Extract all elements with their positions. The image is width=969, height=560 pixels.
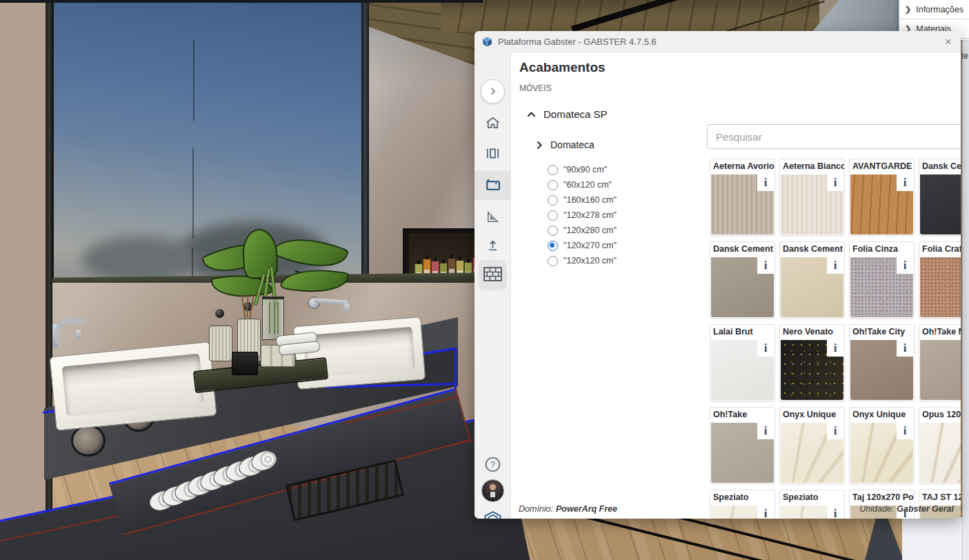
material-tile[interactable]: Onyx Uniquei bbox=[849, 407, 915, 484]
material-tile[interactable]: Oh!Take Mooni bbox=[919, 324, 961, 401]
brick-wall-icon bbox=[483, 267, 502, 281]
home-icon bbox=[485, 115, 501, 131]
material-tile[interactable]: Folia Crafti bbox=[919, 241, 961, 319]
size-option[interactable]: "120x280 cm" bbox=[548, 223, 617, 238]
tile-name: Folia Cinza bbox=[850, 242, 914, 255]
window-frame-right bbox=[361, 0, 369, 290]
tile-swatch: i bbox=[920, 174, 961, 234]
size-option[interactable]: "60x120 cm" bbox=[548, 177, 617, 192]
marble-column-left bbox=[0, 0, 46, 560]
glass-jar bbox=[209, 326, 232, 361]
sidebar-item-finishes[interactable] bbox=[474, 267, 510, 281]
info-icon[interactable]: i bbox=[897, 423, 913, 439]
material-tile[interactable]: Dansk Cementi bbox=[779, 241, 845, 319]
dialog-titlebar[interactable]: Plataforma Gabster - GABSTER 4.7.5.6 × bbox=[474, 31, 961, 52]
upload-icon bbox=[485, 238, 501, 254]
info-icon[interactable]: i bbox=[897, 174, 913, 191]
info-icon[interactable]: i bbox=[897, 340, 913, 357]
info-icon[interactable]: i bbox=[757, 340, 774, 357]
size-option[interactable]: "120x278 cm" bbox=[548, 208, 617, 223]
sidebar-item-upload[interactable] bbox=[474, 238, 510, 254]
tile-swatch: i bbox=[850, 257, 913, 317]
help-button[interactable]: ? bbox=[474, 456, 510, 473]
columns-icon bbox=[485, 146, 501, 161]
info-icon[interactable]: i bbox=[827, 174, 843, 191]
sidebar-item-measure[interactable] bbox=[474, 209, 510, 225]
material-tile[interactable]: Opus 120x270i bbox=[919, 407, 961, 484]
info-icon[interactable]: i bbox=[757, 257, 774, 274]
material-tile[interactable]: Aeterna Biancoi bbox=[779, 159, 845, 236]
gabster-logo-icon bbox=[482, 510, 503, 519]
glass-seam bbox=[193, 39, 194, 121]
page-title: Acabamentos bbox=[519, 60, 606, 75]
size-option[interactable]: "160x160 cm" bbox=[548, 192, 617, 208]
status-bar: Domínio:PowerArq Free Unidade:Gabster Ge… bbox=[510, 501, 961, 519]
size-option-label: "120x120 cm" bbox=[563, 256, 617, 266]
gabster-logo[interactable] bbox=[474, 510, 510, 519]
tile-swatch: i bbox=[711, 340, 774, 400]
size-option[interactable]: "90x90 cm" bbox=[548, 162, 617, 177]
search-input[interactable] bbox=[708, 131, 961, 143]
tile-name: Oh!Take Moon bbox=[919, 325, 961, 338]
radio[interactable] bbox=[548, 180, 558, 190]
material-tile[interactable]: Folia Cinzai bbox=[849, 241, 915, 319]
info-icon[interactable]: i bbox=[827, 257, 843, 274]
expand-sidebar-button[interactable] bbox=[474, 79, 510, 103]
avatar bbox=[481, 479, 504, 502]
sidebar-item-furniture[interactable] bbox=[474, 176, 510, 193]
material-tile[interactable]: Dansk Cementi bbox=[710, 241, 775, 319]
radio[interactable] bbox=[548, 256, 558, 266]
info-icon[interactable]: i bbox=[897, 257, 913, 274]
radio[interactable] bbox=[548, 195, 558, 206]
tile-name: Dansk Cement bbox=[919, 159, 961, 172]
size-option-label: "60x120 cm" bbox=[563, 180, 612, 190]
sidebar-item-projects[interactable] bbox=[474, 146, 510, 161]
material-tile[interactable]: Oh!Takei bbox=[710, 407, 775, 484]
material-tile[interactable]: AVANTGARDEi bbox=[849, 159, 915, 236]
size-option[interactable]: "120x120 cm" bbox=[548, 253, 617, 268]
tile-swatch: i bbox=[781, 423, 843, 483]
radio-selected[interactable] bbox=[548, 241, 558, 251]
info-icon[interactable]: i bbox=[827, 423, 843, 439]
tile-swatch: i bbox=[781, 257, 843, 317]
unit-value: Gabster Geral bbox=[897, 504, 954, 514]
domain-value: PowerArq Free bbox=[556, 504, 617, 514]
tile-name: AVANTGARDE bbox=[850, 159, 914, 172]
size-option-label: "160x160 cm" bbox=[563, 195, 617, 205]
tray-item-informacoes[interactable]: ❯ Informações bbox=[899, 0, 969, 19]
material-tile[interactable]: Lalai Bruti bbox=[710, 324, 775, 401]
radio[interactable] bbox=[548, 165, 558, 175]
dialog-content: Acabamentos MÓVEIS Domateca SP Domateca … bbox=[510, 52, 961, 519]
domain-status: Domínio:PowerArq Free bbox=[519, 504, 617, 514]
tree-node-domateca-sp[interactable]: Domateca SP bbox=[527, 108, 608, 120]
radio[interactable] bbox=[548, 226, 558, 236]
tile-swatch: i bbox=[920, 423, 961, 483]
material-tile[interactable]: Nero Venatoi bbox=[779, 324, 845, 401]
chevron-right-icon bbox=[481, 79, 505, 103]
set-square-icon bbox=[485, 209, 501, 225]
material-tile[interactable]: Oh!Take Cityi bbox=[849, 324, 915, 401]
chevron-up-icon bbox=[527, 111, 536, 118]
tree-node-domateca[interactable]: Domateca bbox=[536, 139, 595, 150]
size-option[interactable]: "120x270 cm" bbox=[548, 238, 617, 253]
size-option-label: "90x90 cm" bbox=[563, 165, 607, 174]
tree-node-label: Domateca SP bbox=[543, 108, 608, 120]
jar-lid bbox=[215, 309, 224, 318]
counter-knob bbox=[71, 425, 106, 457]
material-tile[interactable]: Dansk Cementi bbox=[919, 159, 961, 236]
material-tile[interactable]: Aeterna Avorioi bbox=[710, 159, 775, 236]
info-icon[interactable]: i bbox=[827, 340, 843, 357]
user-avatar[interactable] bbox=[474, 479, 510, 502]
info-icon[interactable]: i bbox=[757, 423, 774, 439]
sidebar-item-home[interactable] bbox=[474, 115, 510, 131]
info-icon[interactable]: i bbox=[757, 174, 774, 191]
material-tile[interactable]: Onyx Uniquei bbox=[779, 407, 845, 484]
tile-swatch: i bbox=[711, 257, 774, 317]
tile-name: Lalai Brut bbox=[710, 325, 775, 338]
tile-swatch: i bbox=[920, 340, 961, 400]
size-option-label: "120x270 cm" bbox=[563, 241, 617, 250]
chevron-right-icon bbox=[536, 141, 543, 150]
close-icon[interactable]: × bbox=[943, 36, 954, 48]
svg-text:?: ? bbox=[490, 460, 495, 470]
radio[interactable] bbox=[548, 210, 558, 221]
